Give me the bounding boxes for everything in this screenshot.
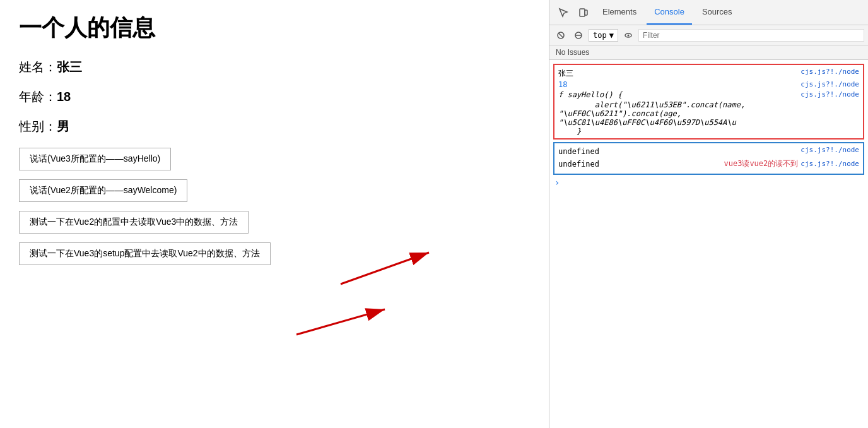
devtools-toolbar: top ▼: [549, 25, 868, 45]
say-hello-button[interactable]: 说话(Vue3所配置的——sayHello): [19, 148, 171, 170]
console-link-1[interactable]: cjs.js?!./node: [801, 68, 859, 76]
console-text-func4: "\u5C81\u4E86\uFF0C\u4F60\u597D\u554A\u: [558, 118, 736, 127]
device-toggle-icon[interactable]: [575, 4, 592, 21]
btn3-row: 测试一下在Vue2的配置中去读取Vue3中的数据、方法: [19, 211, 530, 234]
console-row-undef1: undefined cjs.js?!./node: [558, 146, 859, 157]
console-text-undef2: undefined: [558, 158, 599, 170]
red-arrow-2: [284, 297, 410, 347]
console-row-func5: }: [558, 127, 859, 136]
btn4-row: 测试一下在Vue3的setup配置中去读取Vue2中的数据、方法: [19, 242, 530, 265]
console-link-3[interactable]: cjs.js?!./node: [801, 90, 859, 98]
gender-field: 性别：男: [19, 118, 530, 135]
console-row-18: 18 cjs.js?!./node: [558, 80, 859, 89]
svg-rect-4: [580, 9, 585, 16]
page-title: 一个人的信息: [19, 13, 530, 44]
console-expand-row: ›: [549, 177, 868, 187]
console-row-func4: "\u5C81\u4E86\uFF0C\u4F60\u597D\u554A\u: [558, 118, 859, 127]
tab-console[interactable]: Console: [647, 0, 692, 25]
console-text-name: 张三: [558, 68, 573, 79]
console-row-undef2: undefined vue3读vue2的读不到 cjs.js?!./node: [558, 158, 859, 170]
console-link-2[interactable]: cjs.js?!./node: [801, 80, 859, 88]
console-row-zhangsan: 张三 cjs.js?!./node: [558, 68, 859, 79]
svg-rect-5: [585, 10, 587, 15]
console-text-func1: f sayHello() {: [558, 90, 622, 99]
console-output: 张三 cjs.js?!./node 18 cjs.js?!./node f sa…: [549, 60, 868, 428]
say-welcome-button[interactable]: 说话(Vue2所配置的——sayWelcome): [19, 179, 187, 202]
console-text-age: 18: [558, 80, 567, 89]
console-filter-input[interactable]: [638, 29, 864, 42]
btn1-row: 说话(Vue3所配置的——sayHello): [19, 148, 530, 170]
svg-line-3: [296, 309, 385, 335]
btn2-row: 说话(Vue2所配置的——sayWelcome): [19, 179, 530, 202]
devtools-panel: Elements Console Sources top ▼: [549, 0, 868, 428]
console-expand-icon[interactable]: ›: [549, 176, 565, 189]
console-entry-blue: undefined cjs.js?!./node undefined vue3读…: [553, 142, 864, 175]
console-text-func2: alert("\u6211\u53EB".concat(name,: [558, 100, 745, 109]
clear-console-icon[interactable]: [553, 28, 568, 43]
devtools-tabs-bar: Elements Console Sources: [549, 0, 868, 25]
name-field: 姓名：张三: [19, 59, 530, 76]
inspect-element-icon[interactable]: [554, 4, 572, 21]
test-vue3-read-vue2-button[interactable]: 测试一下在Vue3的setup配置中去读取Vue2中的数据、方法: [19, 242, 271, 265]
console-text-undef1: undefined: [558, 146, 599, 157]
tab-elements[interactable]: Elements: [595, 0, 644, 25]
test-vue2-read-vue3-button[interactable]: 测试一下在Vue2的配置中去读取Vue3中的数据、方法: [19, 211, 249, 234]
no-issues-bar: No Issues: [549, 45, 868, 60]
svg-point-11: [627, 34, 629, 36]
console-text-func3: "\uFF0C\u6211").concat(age,: [558, 109, 681, 118]
console-link-4[interactable]: cjs.js?!./node: [801, 146, 859, 154]
console-link-5[interactable]: cjs.js?!./node: [801, 160, 859, 168]
context-selector[interactable]: top ▼: [589, 29, 618, 42]
console-text-func5: }: [558, 127, 581, 136]
svg-line-7: [558, 33, 563, 38]
age-field: 年龄：18: [19, 88, 530, 105]
console-comment: vue3读vue2的读不到: [724, 158, 798, 169]
console-row-func3: "\uFF0C\u6211").concat(age,: [558, 109, 859, 118]
tab-sources[interactable]: Sources: [695, 0, 740, 25]
console-entry-red: 张三 cjs.js?!./node 18 cjs.js?!./node f sa…: [553, 64, 864, 140]
console-row-func: f sayHello() { cjs.js?!./node: [558, 90, 859, 99]
console-row-func2: alert("\u6211\u53EB".concat(name,: [558, 100, 859, 109]
block-requests-icon[interactable]: [571, 28, 586, 43]
eye-icon[interactable]: [621, 28, 636, 43]
